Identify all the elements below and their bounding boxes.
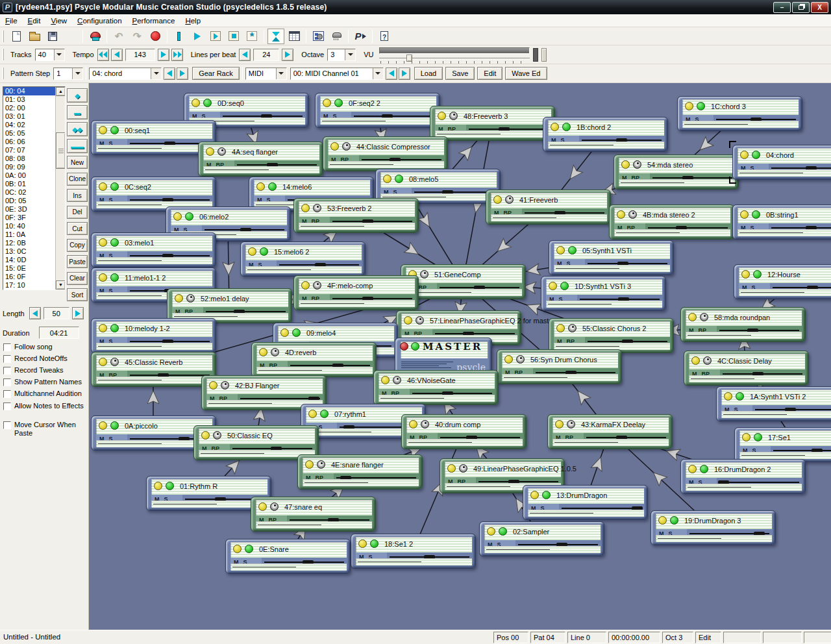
midi-channel-combo[interactable]: 00: MIDI Channel 01	[290, 68, 384, 80]
machine-16[interactable]: 16:DrumDragon 2MS	[680, 459, 806, 494]
pattern-prev-button[interactable]	[164, 68, 175, 80]
checkbox-box[interactable]	[3, 421, 11, 429]
menu-edit[interactable]: Edit	[23, 14, 46, 27]
restore-button[interactable]	[792, 2, 810, 13]
title-bar[interactable]: P [rydeen41.psy] Psycle Modular Music Cr…	[0, 0, 831, 14]
toolbar-grip[interactable]	[2, 68, 4, 79]
machine-19[interactable]: 19:DrumDragon 3MS	[651, 510, 776, 545]
scroll-up-icon[interactable]: ▲	[56, 87, 66, 96]
seq-ins-button[interactable]: Ins	[67, 189, 88, 202]
new-song-button[interactable]	[8, 29, 25, 44]
toolbar-grip[interactable]	[2, 31, 4, 42]
close-button[interactable]: X	[811, 2, 828, 13]
machine-4B[interactable]: 4B:mda stereo 2MBP	[609, 204, 734, 240]
minimize-button[interactable]: –	[773, 2, 791, 13]
pattern-select-combo[interactable]: 04: chord	[89, 68, 162, 80]
machine-46[interactable]: 46:VNoiseGateMBP	[373, 370, 499, 405]
machine-0B[interactable]: 0B:string1MS	[732, 204, 831, 240]
machine-41[interactable]: 41:FreeverbMBP	[486, 190, 611, 225]
play-from-start-button[interactable]	[171, 29, 188, 44]
length-dec-button[interactable]	[29, 307, 41, 319]
volume-bar-right[interactable]	[541, 48, 547, 62]
chevron-down-icon[interactable]	[276, 68, 286, 79]
chevron-down-icon[interactable]	[72, 68, 82, 79]
menu-view[interactable]: View	[45, 14, 72, 27]
machine-12[interactable]: 12:HourseMS	[734, 264, 831, 299]
render-wav-button[interactable]	[86, 29, 103, 44]
chevron-down-icon[interactable]	[373, 68, 383, 79]
checkbox-box[interactable]	[3, 390, 11, 398]
machine-17[interactable]: 17:Se1MS	[734, 427, 831, 462]
length-inc-button[interactable]	[72, 307, 84, 319]
menu-file[interactable]: File	[0, 14, 23, 27]
tempo-inc10-button[interactable]	[171, 49, 183, 61]
machine-03[interactable]: 03:melo1MS	[91, 232, 216, 267]
seq-minus-button[interactable]: ▬	[67, 105, 88, 119]
edit-button[interactable]: Edit	[477, 67, 502, 80]
psycle-logo-button[interactable]	[352, 29, 369, 44]
scroll-down-icon[interactable]: ▼	[56, 280, 66, 290]
scrollbar-thumb[interactable]	[56, 132, 66, 169]
seq-plus-button[interactable]: ◆	[67, 88, 88, 103]
octave-combo[interactable]: 3	[327, 49, 356, 61]
machine-56[interactable]: 56:Syn Drum ChorusMBP	[497, 349, 622, 384]
chevron-down-icon[interactable]	[54, 49, 64, 60]
toolbar-grip[interactable]	[2, 49, 4, 60]
machine-18[interactable]: 18:Se1 2MS	[351, 534, 476, 569]
tempo-dec-button[interactable]	[111, 49, 123, 61]
machine-51[interactable]: 51:GeneCompMBP	[401, 264, 526, 299]
machine-40[interactable]: 40:drum compMBP	[401, 414, 527, 449]
chevron-down-icon[interactable]	[345, 49, 355, 60]
record-button[interactable]	[147, 29, 164, 44]
seq-clone-button[interactable]: Clone	[67, 173, 88, 186]
play-selection-button[interactable]	[207, 29, 224, 44]
machine-4F[interactable]: 4F:melo-compMBP	[293, 275, 419, 310]
sequencer-button[interactable]	[310, 29, 327, 44]
machine-4A[interactable]: 4A:seq flangerMBP	[198, 142, 323, 177]
menu-help[interactable]: Help	[180, 14, 206, 27]
pattern-view-button[interactable]	[286, 29, 303, 44]
machine-10[interactable]: 10:melody 1-2MS	[91, 318, 216, 353]
machines-view-button[interactable]	[267, 29, 284, 44]
seq-cut-button[interactable]: Cut	[67, 222, 88, 235]
machine-05[interactable]: 05:Synth1 VSTiMS	[549, 240, 674, 275]
save-button[interactable]: Save	[445, 67, 475, 80]
seq-copy-button[interactable]: Copy	[67, 239, 88, 252]
chevron-down-icon[interactable]	[151, 68, 161, 79]
seq-paste-button[interactable]: Paste	[67, 255, 88, 268]
instrument-next-button[interactable]	[399, 68, 410, 80]
pattern-step-combo[interactable]: 1	[53, 68, 83, 80]
instrument-prev-button[interactable]	[386, 68, 397, 80]
checkbox-multichannel-audition[interactable]: Multichannel Audition	[3, 390, 86, 398]
open-song-button[interactable]	[26, 29, 43, 44]
machine-04[interactable]: 04:chordMS	[732, 145, 831, 180]
machine-47[interactable]: 47:snare eqMBP	[251, 497, 376, 532]
machine-55[interactable]: 55:Classic Chorus 2MBP	[549, 318, 674, 353]
machine-58[interactable]: 58:mda roundpanMBP	[680, 307, 806, 342]
tempo-inc-button[interactable]	[158, 49, 169, 61]
machine-type-combo[interactable]: MIDI	[245, 68, 287, 80]
machine-53[interactable]: 53:Freeverb 2MBP	[293, 198, 419, 233]
save-song-button[interactable]	[44, 29, 61, 44]
machine-4C[interactable]: 4C:Classic DelayMBP	[684, 351, 809, 386]
autostop-button[interactable]	[243, 29, 260, 44]
gear-rack-button[interactable]: Gear Rack	[192, 67, 240, 80]
machine-0F[interactable]: 0F:seq2 2MS	[315, 93, 440, 128]
machine-54[interactable]: 54:mda stereoMBP	[614, 155, 739, 190]
load-button[interactable]: Load	[414, 67, 443, 80]
machine-4D[interactable]: 4D:reverbMBP	[251, 342, 377, 377]
lpb-inc-button[interactable]	[282, 49, 293, 61]
redo-button[interactable]	[129, 29, 145, 44]
seq-del-button[interactable]: Del	[67, 206, 88, 219]
checkbox-box[interactable]	[3, 367, 11, 375]
new-machine-button[interactable]	[328, 29, 345, 44]
seq-new-button[interactable]: New	[67, 156, 88, 169]
lpb-dec-button[interactable]	[239, 49, 251, 61]
menu-configuration[interactable]: Configuration	[72, 14, 127, 27]
seq-clear-button[interactable]: Clear	[67, 272, 88, 285]
checkbox-move-cursor-when-paste[interactable]: Move Cursor When Paste	[3, 421, 86, 438]
machine-4E[interactable]: 4E:snare flangerMBP	[297, 454, 423, 489]
machine-44[interactable]: 44:Classic CompressorMBP	[323, 136, 448, 171]
machine-13[interactable]: 13:DrumDragonMS	[523, 485, 648, 520]
help-button[interactable]	[376, 29, 393, 44]
